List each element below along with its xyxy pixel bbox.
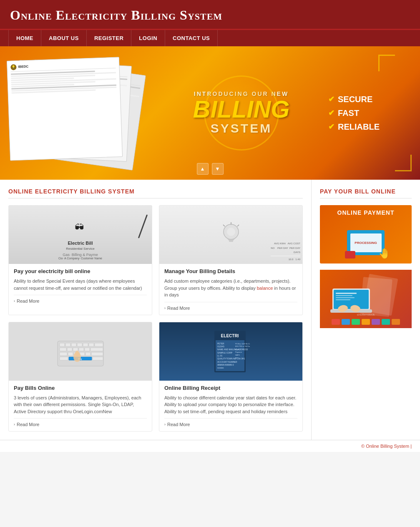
site-title: Online Electricity Billing System (10, 8, 410, 23)
svg-text:NAME AND MAILING ADDRESS: NAME AND MAILING ADDRESS (217, 348, 248, 351)
site-footer: © Online Billing System | (0, 440, 420, 452)
lightbulb-icon (216, 220, 246, 249)
svg-rect-2 (229, 241, 233, 242)
card-img-electricity: 🕶 Electric Bill Residential Service Gas·… (9, 206, 152, 264)
check-icon-secure: ✔ (328, 95, 334, 104)
keyboard-icon: Pay (55, 335, 106, 368)
chevron-right-icon-2: › (164, 306, 166, 310)
sidebar-title: PAY YOUR BILL ONLINE (320, 188, 412, 195)
nav-item-login[interactable]: LOGIN (131, 30, 165, 46)
card-link-billing-receipt[interactable]: › Read More (164, 418, 297, 427)
hero-feature-reliable: ✔ RELIABLE (328, 120, 407, 134)
hero-banner: 💡 IBEDC (0, 46, 420, 180)
check-icon-reliable: ✔ (328, 122, 334, 131)
hand-icon: 🤚 (378, 248, 391, 259)
sidebar-payment-img: ONLINE PAYMENT PROCESSING 🤚 (320, 205, 412, 264)
sidebar-typing-img: shutterstock (320, 268, 412, 330)
hero-arrow-up[interactable]: ▲ (197, 163, 209, 175)
card-manage-billing: AVG KWH AVG COST NO PER DAY PER DAY DAYS… (159, 205, 303, 315)
card-title-pay-bills: Pay Bills Online (14, 385, 147, 391)
card-img-keyboard: Pay (9, 322, 152, 381)
color-icons-row (332, 319, 400, 325)
billing-details-lines: AVG KWH AVG COST NO PER DAY PER DAY DAYS… (271, 241, 300, 262)
svg-text:829.7790 or Toll Free: 829.7790 or Toll Free (235, 345, 250, 347)
cards-grid: 🕶 Electric Bill Residential Service Gas·… (8, 205, 303, 432)
processing-screen: PROCESSING (350, 233, 382, 252)
svg-rect-26 (91, 352, 103, 356)
svg-rect-1 (229, 239, 234, 241)
svg-text:shutterstock: shutterstock (357, 313, 375, 316)
credit-card-icon (345, 251, 355, 258)
card-title-manage-billing: Manage Your Billing Details (164, 268, 297, 274)
computer-typing-icon: shutterstock (324, 272, 407, 326)
svg-point-6 (227, 228, 235, 236)
nav-item-home[interactable]: HOME (8, 30, 41, 46)
main-content: ONLINE ELECTRICITY BILLING SYSTEM 🕶 Elec… (0, 180, 420, 440)
card-link-pay-electricity[interactable]: › Read More (14, 295, 147, 304)
svg-rect-18 (79, 348, 84, 351)
svg-rect-12 (83, 343, 88, 346)
svg-text:9989898: 9989898 (217, 367, 224, 369)
content-left: ONLINE ELECTRICITY BILLING SYSTEM 🕶 Elec… (0, 180, 312, 440)
svg-text:29 1: 29 1 (235, 357, 239, 359)
svg-rect-61 (336, 297, 355, 298)
svg-rect-14 (95, 343, 103, 346)
card-title-pay-electricity: Pay your electricity bill online (14, 268, 147, 274)
nav-item-register[interactable]: REGISTER (87, 30, 131, 46)
card-text-pay-bills: 3 levels of users (Administrators, Manag… (14, 394, 147, 415)
svg-text:QUALITYTOWN NE C3A 3H1: QUALITYTOWN NE C3A 3H1 (217, 357, 245, 360)
svg-rect-20 (91, 348, 103, 351)
svg-text:PO Box 1129 Sb City: PO Box 1129 Sb City (235, 343, 250, 345)
card-title-billing-receipt: Online Billing Receipt (164, 385, 297, 391)
svg-rect-25 (86, 352, 91, 356)
svg-text:989898-898989-0: 989898-898989-0 (217, 364, 234, 366)
hero-corner-top-left (378, 55, 395, 71)
svg-text:012345: 012345 (217, 345, 224, 348)
svg-rect-13 (89, 343, 94, 346)
card-text-billing-receipt: Ability to choose different calendar yea… (164, 394, 297, 415)
glasses-icon: 🕶 (75, 222, 84, 233)
hero-center: INTRODUCING OUR NEW BILLING SYSTEM (154, 90, 328, 136)
card-img-receipt: ELECTRI PETER 012345 NAME AND MAILING AD… (159, 322, 302, 381)
card-link-pay-bills[interactable]: › Read More (14, 418, 147, 427)
chevron-right-icon-4: › (164, 422, 166, 427)
receipt-icon: ELECTRI PETER 012345 NAME AND MAILING AD… (212, 329, 250, 374)
card-billing-receipt: ELECTRI PETER 012345 NAME AND MAILING AD… (159, 322, 303, 432)
chevron-right-icon-3: › (14, 422, 15, 427)
svg-rect-27 (60, 357, 68, 360)
svg-text:PETER: PETER (217, 342, 224, 345)
section-divider (8, 198, 303, 198)
svg-text:ELECTRI: ELECTRI (221, 334, 239, 338)
svg-rect-9 (65, 343, 70, 346)
card-img-billing: AVG KWH AVG COST NO PER DAY PER DAY DAYS… (159, 206, 302, 264)
chevron-right-icon: › (14, 299, 15, 303)
svg-point-32 (75, 351, 79, 356)
sidebar-divider (320, 198, 412, 198)
svg-rect-21 (60, 352, 67, 356)
svg-line-5 (237, 225, 239, 226)
nav-item-about[interactable]: ABOUT US (41, 30, 87, 46)
svg-rect-15 (60, 348, 66, 351)
hero-feature-fast: ✔ FAST (328, 106, 407, 120)
hero-corner-bottom-right (395, 155, 412, 171)
card-text-manage-billing: Add custom employee categories (i.e., de… (164, 278, 297, 299)
hero-features: ✔ SECURE ✔ FAST ✔ RELIABLE (328, 93, 420, 134)
svg-text:SAMPLE CORP: SAMPLE CORP (217, 351, 233, 354)
svg-text:LL 01: LL 01 (217, 354, 223, 357)
svg-rect-17 (73, 348, 78, 351)
hero-arrow-down[interactable]: ▼ (212, 163, 224, 175)
check-icon-fast: ✔ (328, 108, 334, 118)
card-pay-bills: Pay Pay Bills Online 3 levels of users (… (8, 322, 152, 432)
nav-item-contact[interactable]: CONTACT US (165, 30, 218, 46)
svg-text:KWH: KWH (235, 349, 239, 351)
svg-rect-8 (60, 343, 65, 346)
svg-text:Payment: Payment (235, 351, 242, 353)
online-payment-label: ONLINE PAYMENT (337, 209, 395, 216)
site-header: Online Electricity Billing System (0, 0, 420, 30)
card-link-manage-billing[interactable]: › Read More (164, 302, 297, 311)
section-title: ONLINE ELECTRICITY BILLING SYSTEM (8, 188, 303, 195)
hero-feature-secure: ✔ SECURE (328, 93, 407, 106)
card-pay-electricity: 🕶 Electric Bill Residential Service Gas·… (8, 205, 152, 315)
svg-rect-62 (336, 299, 350, 300)
svg-rect-11 (77, 343, 82, 346)
